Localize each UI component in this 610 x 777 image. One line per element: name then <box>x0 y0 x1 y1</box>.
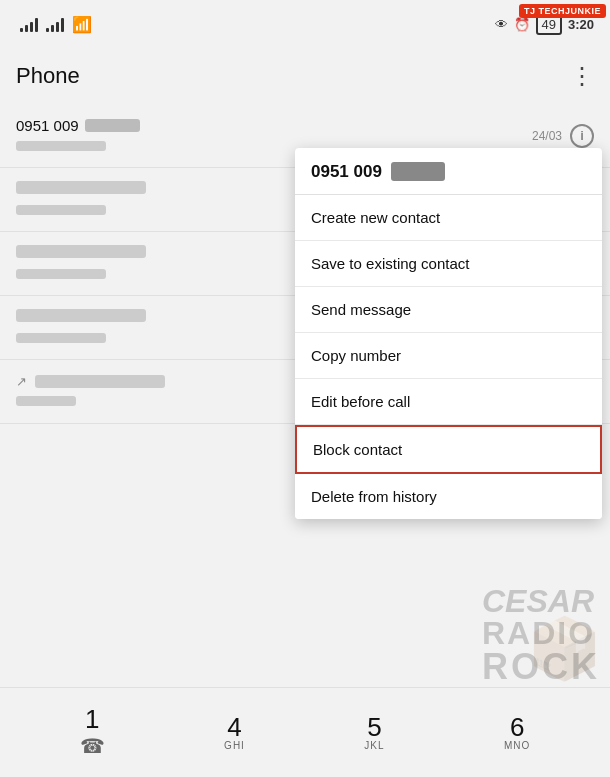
techjunkie-badge: TJ TECHJUNKIE <box>519 4 606 18</box>
call-sub-2 <box>16 205 106 215</box>
save-to-existing-item[interactable]: Save to existing contact <box>295 241 602 287</box>
call-sub-1 <box>16 141 106 151</box>
dial-alpha-6: MNO <box>504 740 530 751</box>
menu-number-blur: ████ <box>391 162 445 181</box>
status-time: 3:20 <box>568 17 594 32</box>
call-number-blur-1 <box>85 119 140 132</box>
dial-key-1[interactable]: 1 ☎ <box>80 706 105 760</box>
dial-alpha-1: ☎ <box>80 732 105 760</box>
dial-key-5[interactable]: 5 JKL <box>364 714 384 751</box>
call-number-prefix-5: ↗ <box>16 374 27 389</box>
dial-num-1: 1 <box>85 706 99 732</box>
send-message-item[interactable]: Send message <box>295 287 602 333</box>
dialpad: 1 ☎ 4 GHI 5 JKL 6 MNO <box>0 687 610 777</box>
delete-history-item[interactable]: Delete from history <box>295 474 602 519</box>
menu-phone-number: 0951 009 ████ <box>311 162 445 181</box>
alarm-icon: ⏰ <box>514 17 530 32</box>
app-title: Phone <box>16 63 80 89</box>
eye-icon: 👁 <box>495 17 508 32</box>
call-sub-5 <box>16 396 76 406</box>
menu-header: 0951 009 ████ <box>295 148 602 195</box>
wifi-icon: 📶 <box>72 15 92 34</box>
more-options-icon[interactable]: ⋮ <box>570 62 594 90</box>
signal-icon-2 <box>46 16 64 32</box>
dial-key-4[interactable]: 4 GHI <box>224 714 245 751</box>
fingerprint-icon: 📦 <box>527 613 602 684</box>
call-number-blur-2 <box>16 181 146 194</box>
context-menu: 0951 009 ████ Create new contact Save to… <box>295 148 602 519</box>
menu-number-prefix: 0951 009 <box>311 162 382 181</box>
copy-number-item[interactable]: Copy number <box>295 333 602 379</box>
call-number-1: 0951 009 <box>16 117 79 134</box>
call-date-1: 24/03 <box>532 129 562 143</box>
create-new-contact-item[interactable]: Create new contact <box>295 195 602 241</box>
call-number-blur-4 <box>16 309 146 322</box>
block-contact-item[interactable]: Block contact <box>295 425 602 474</box>
signal-icon <box>20 16 38 32</box>
call-number-blur-5 <box>35 375 165 388</box>
call-sub-4 <box>16 333 106 343</box>
badge-brand: TJ <box>524 6 536 16</box>
dial-num-5: 5 <box>367 714 381 740</box>
dial-num-4: 4 <box>227 714 241 740</box>
edit-before-call-item[interactable]: Edit before call <box>295 379 602 425</box>
dial-alpha-4: GHI <box>224 740 245 751</box>
dial-num-6: 6 <box>510 714 524 740</box>
call-number-blur-3 <box>16 245 146 258</box>
info-button-1[interactable]: i <box>570 124 594 148</box>
dial-alpha-5: JKL <box>364 740 384 751</box>
status-left: 📶 <box>20 15 92 34</box>
dial-key-6[interactable]: 6 MNO <box>504 714 530 751</box>
app-bar: Phone ⋮ <box>0 48 610 104</box>
badge-text: TECHJUNKIE <box>538 6 601 16</box>
call-sub-3 <box>16 269 106 279</box>
